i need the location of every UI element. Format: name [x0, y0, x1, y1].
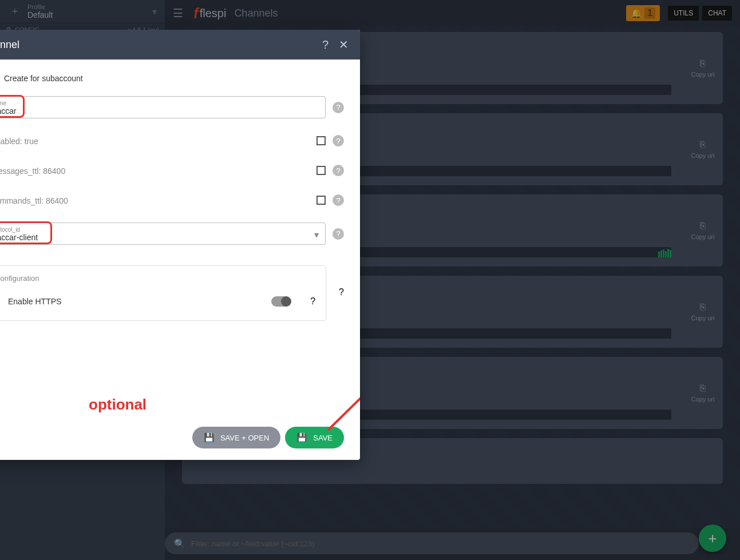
- commands-ttl-checkbox[interactable]: [316, 196, 326, 205]
- help-icon[interactable]: ?: [333, 102, 344, 113]
- configuration-panel: configuration Enable HTTPS ?: [0, 265, 326, 321]
- enabled-checkbox[interactable]: [316, 136, 326, 145]
- svg-line-0: [328, 371, 360, 430]
- help-icon[interactable]: ?: [333, 228, 344, 240]
- save-button[interactable]: 💾 SAVE: [285, 427, 344, 448]
- messages-ttl-field: messages_ttl: 86400 ?: [0, 163, 344, 178]
- help-icon[interactable]: ?: [322, 38, 329, 51]
- close-icon[interactable]: ✕: [339, 38, 349, 51]
- help-icon[interactable]: ?: [333, 135, 344, 146]
- enable-https-row: Enable HTTPS ?: [0, 296, 315, 307]
- help-icon[interactable]: ?: [339, 287, 344, 297]
- commands-ttl-field: commands_ttl: 86400 ?: [0, 193, 344, 208]
- modal-footer: 💾 SAVE + OPEN 💾 SAVE: [192, 427, 344, 448]
- protocol-field: protocol_id traccar-client ▾ ?: [0, 223, 344, 245]
- name-input[interactable]: name traccar: [0, 96, 326, 118]
- protocol-select[interactable]: protocol_id traccar-client: [0, 223, 326, 245]
- enabled-field: enabled: true ?: [0, 133, 344, 148]
- messages-ttl-checkbox[interactable]: [316, 166, 326, 175]
- name-field: name traccar ?: [0, 96, 344, 118]
- save-icon: 💾: [296, 432, 307, 443]
- save-icon: 💾: [204, 432, 215, 443]
- modal-header: Channel ? ✕: [0, 30, 360, 59]
- help-icon[interactable]: ?: [333, 194, 344, 206]
- create-for-subaccount-row: Create for subaccount: [0, 73, 344, 84]
- help-icon[interactable]: ?: [333, 165, 344, 176]
- chevron-down-icon: ▾: [314, 229, 319, 240]
- enable-https-toggle[interactable]: [271, 296, 291, 307]
- annotation-optional-label: optional: [89, 396, 147, 414]
- save-open-button[interactable]: 💾 SAVE + OPEN: [192, 427, 280, 448]
- help-icon[interactable]: ?: [310, 296, 315, 307]
- channel-modal: Channel ? ✕ Create for subaccount name t…: [0, 30, 360, 460]
